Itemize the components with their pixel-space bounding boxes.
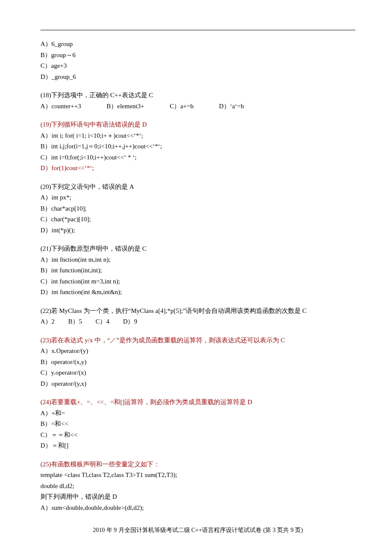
code-line: double dl,d2;	[40, 481, 355, 492]
option-a: A）int i; for( i=1; i<10;i+＋)cout<<‘*‘;	[40, 130, 355, 142]
option-a: A）counter++3	[40, 101, 81, 112]
option-b: B）char*acp[10];	[40, 203, 355, 214]
option-b: B）=和<<	[40, 419, 355, 430]
question-stem: (21)下列函数原型声明中，错误的是 C	[40, 243, 355, 254]
option-b: B）int i,j;for(i=1,j＝0;i<10;i++,j++)cout<…	[40, 141, 355, 152]
option-a: A）+和=	[40, 408, 355, 419]
q18: (18)下列选项中，正确的 C++表达式是 C A）counter++3 B）e…	[40, 90, 355, 112]
option-d: D）＝和[]	[40, 440, 355, 451]
question-stem: (23)若在表达式 y/x 中，“／”是作为成员函数重载的运算符，则该表达式还可…	[40, 335, 355, 346]
option-c: C）4	[95, 316, 110, 327]
question-stem: (22)若 MyClass 为一个类，执行“MyClass a[4],*p[5]…	[40, 306, 355, 317]
options-row: A）2 B）5 C）4 D）9	[40, 316, 355, 327]
option-b: B）element3+	[107, 101, 144, 112]
q22: (22)若 MyClass 为一个类，执行“MyClass a[4],*p[5]…	[40, 306, 355, 327]
option-b: B）operator/(x,y)	[40, 357, 355, 368]
option-c: C）age+3	[40, 61, 355, 72]
option-c: C）＝＝和<<	[40, 430, 355, 441]
page-footer: 2010 年 9 月全国计算机等级考试二级 C++语言程序设计笔试试卷 (第 3…	[40, 525, 355, 535]
q23: (23)若在表达式 y/x 中，“／”是作为成员函数重载的运算符，则该表达式还可…	[40, 335, 355, 390]
option-a: A）int fnction(int m,int n);	[40, 254, 355, 266]
q21: (21)下列函数原型声明中，错误的是 C A）int fnction(int m…	[40, 243, 355, 298]
option-c: C）char(*pac)[10];	[40, 214, 355, 225]
option-d: D）‘a‘=b	[219, 101, 244, 112]
top-rule	[40, 30, 355, 30]
option-a: A）2	[40, 316, 55, 327]
question-line: 则下列调用中，错误的是 D	[40, 491, 355, 503]
option-d: D）operator/(y,x)	[40, 379, 355, 390]
option-c: C）a+=b	[170, 101, 193, 112]
exam-page: A）6_group B）group～6 C）age+3 D）_group_6 (…	[0, 0, 392, 552]
q19: (19)下列循环语句中有语法错误的是 D A）int i; for( i=1; …	[40, 119, 355, 174]
options-row: A）counter++3 B）element3+ C）a+=b D）‘a‘=b	[40, 101, 355, 112]
option-a: A）int px*;	[40, 192, 355, 203]
option-a: A）x.Operator/(y)	[40, 346, 355, 357]
q20: (20)下列定义语句中，错误的是 A A）int px*; B）char*acp…	[40, 182, 355, 236]
q17-options: A）6_group B）group～6 C）age+3 D）_group_6	[40, 39, 355, 82]
question-stem: (24)若要重载+、=、<<、=和[]运算符，则必须作为类成员重载的运算符是 D	[40, 397, 355, 408]
option-a: A）6_group	[40, 39, 355, 50]
question-stem: (20)下列定义语句中，错误的是 A	[40, 182, 355, 193]
option-b: B）group～6	[40, 50, 355, 61]
option-b: B）int function(int,int);	[40, 265, 355, 276]
q24: (24)若要重载+、=、<<、=和[]运算符，则必须作为类成员重载的运算符是 D…	[40, 397, 355, 451]
question-stem: (18)下列选项中，正确的 C++表达式是 C	[40, 90, 355, 101]
option-d: D）_group_6	[40, 72, 355, 83]
option-b: B）5	[68, 316, 82, 327]
option-d: D）9	[123, 316, 137, 327]
option-c: C）int function(int m=3,int n);	[40, 276, 355, 287]
option-c: C）int i=0;for(;i<10;i++)cout<<‘ * ‘;	[40, 152, 355, 163]
option-d: D）int function(int &m,int&n);	[40, 287, 355, 298]
q25: (25)有函数模板声明和一些变量定义如下： template <class Tl…	[40, 459, 355, 514]
option-a: A）sum<double,double,double>(dl,d2);	[40, 503, 355, 514]
option-d: D）int(*p)();	[40, 225, 355, 236]
question-stem: (25)有函数模板声明和一些变量定义如下：	[40, 459, 355, 470]
code-line: template <class Tl,class T2,class T3>T1 …	[40, 470, 355, 481]
option-c: C）y.operator/(x)	[40, 367, 355, 379]
option-d: D）for(1)cout<<‘*‘;	[40, 163, 355, 174]
question-stem: (19)下列循环语句中有语法错误的是 D	[40, 119, 355, 130]
